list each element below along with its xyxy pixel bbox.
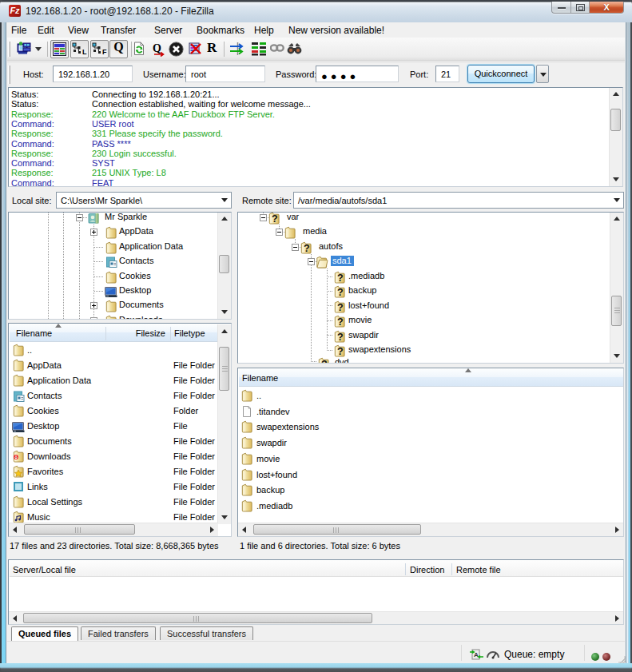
svg-text:F: F bbox=[102, 48, 107, 56]
svg-text:Q: Q bbox=[153, 42, 161, 54]
svg-text:L: L bbox=[82, 48, 87, 56]
